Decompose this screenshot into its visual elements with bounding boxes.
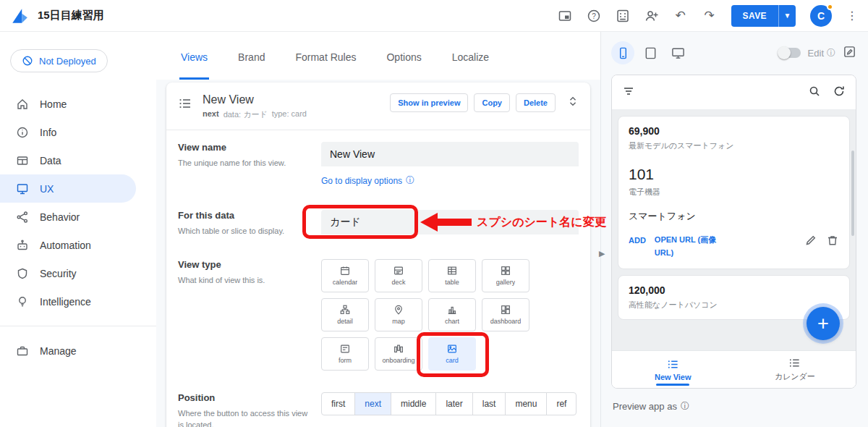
nav-item-calendar-view[interactable]: カレンダー (734, 351, 856, 388)
preview-card-item[interactable]: 69,900 最新モデルのスマートフォン 101 電子機器 スマートフォン AD… (618, 116, 850, 269)
view-type-help: What kind of view this is. (178, 275, 308, 287)
position-ref[interactable]: ref (546, 392, 576, 415)
save-button-label[interactable]: SAVE (731, 5, 778, 27)
device-desktop-button[interactable] (666, 41, 689, 64)
collapse-panel-icon[interactable]: ▶ (599, 249, 605, 258)
show-in-preview-button[interactable]: Show in preview (390, 93, 468, 112)
top-bar: 15日目練習用 ? ↶ ↷ SAVE ▼ C ⋮ (0, 0, 868, 32)
delete-trash-icon[interactable] (826, 234, 839, 250)
sidebar-item-manage[interactable]: Manage (0, 337, 136, 365)
automation-bot-icon (16, 239, 29, 252)
view-name-label: View name (178, 142, 308, 153)
sidebar-item-info[interactable]: Info (0, 118, 136, 146)
copy-button[interactable]: Copy (474, 93, 510, 112)
view-type-gallery[interactable]: gallery (482, 259, 529, 292)
list-view-icon (788, 357, 801, 369)
delete-button[interactable]: Delete (516, 93, 556, 112)
view-list-icon (178, 96, 192, 114)
svg-text:?: ? (592, 12, 596, 20)
position-last[interactable]: last (472, 392, 506, 415)
preview-bottom-nav: New View カレンダー (612, 350, 856, 388)
redo-icon[interactable]: ↷ (702, 9, 717, 23)
position-middle[interactable]: middle (391, 392, 436, 415)
info-icon: ⓘ (681, 400, 689, 413)
active-nav-indicator (656, 384, 689, 386)
sidebar-item-automation[interactable]: Automation (0, 231, 136, 259)
sidebar-item-ux[interactable]: UX (0, 174, 136, 203)
search-icon[interactable] (808, 85, 821, 101)
filter-list-icon[interactable] (622, 85, 635, 101)
device-tablet-button[interactable] (639, 41, 662, 64)
position-next[interactable]: next (354, 392, 391, 415)
tab-options[interactable]: Options (385, 51, 422, 80)
behavior-share-icon (16, 211, 29, 224)
view-type-label: View type (178, 259, 308, 270)
position-menu[interactable]: menu (505, 392, 547, 415)
account-avatar[interactable]: C (810, 5, 832, 27)
sidebar-item-intelligence[interactable]: Intelligence (0, 287, 136, 316)
undo-icon[interactable]: ↶ (673, 9, 688, 23)
for-data-input[interactable] (321, 210, 579, 234)
sidebar-item-behavior[interactable]: Behavior (0, 203, 136, 231)
refresh-icon[interactable] (833, 85, 846, 101)
nav-item-new-view[interactable]: New View (612, 351, 734, 388)
open-url-action[interactable]: OPEN URL (画像 URL) (655, 234, 724, 259)
add-user-icon[interactable] (644, 9, 659, 23)
view-name-input[interactable] (321, 142, 579, 166)
view-type-value: card (292, 109, 307, 118)
tab-localize[interactable]: Localize (451, 51, 490, 80)
save-dropdown-caret-icon[interactable]: ▼ (778, 5, 796, 27)
position-later[interactable]: later (435, 392, 472, 415)
more-options-icon[interactable]: ⋮ (846, 9, 858, 22)
card-image-icon (446, 343, 458, 355)
view-type-onboarding[interactable]: onboarding (375, 337, 422, 371)
app-title: 15日目練習用 (38, 9, 104, 22)
view-type-card[interactable]: card (428, 337, 476, 371)
add-action[interactable]: ADD (629, 234, 646, 245)
save-button[interactable]: SAVE ▼ (731, 5, 796, 27)
help-icon[interactable]: ? (587, 9, 601, 23)
position-first[interactable]: first (321, 392, 355, 415)
view-type-detail[interactable]: detail (321, 298, 369, 331)
open-editor-icon[interactable] (843, 45, 856, 62)
edit-mode-toggle[interactable] (779, 48, 801, 58)
item-actions: ADD OPEN URL (画像 URL) (629, 234, 839, 259)
view-type-chart[interactable]: chart (428, 298, 476, 331)
dialpad-icon[interactable] (616, 9, 630, 23)
phone-icon (616, 46, 630, 60)
view-type-calendar[interactable]: calendar (321, 259, 369, 292)
view-type-dashboard[interactable]: dashboard (482, 298, 529, 331)
sidebar-item-data[interactable]: Data (0, 146, 136, 174)
info-icon: ⓘ (406, 174, 414, 187)
display-options-link[interactable]: Go to display options ⓘ (321, 174, 579, 187)
deploy-status-button[interactable]: Not Deployed (10, 49, 108, 72)
for-data-row: For this data Which table or slice to di… (178, 210, 579, 237)
sidebar-item-home[interactable]: Home (0, 90, 136, 118)
device-phone-button[interactable] (611, 41, 634, 64)
deck-icon (393, 265, 404, 276)
edit-mode-label: Edit ⓘ (808, 47, 835, 59)
notification-dot (827, 4, 833, 10)
preview-panel: ▶ Edit ⓘ (600, 32, 868, 427)
picture-in-picture-icon[interactable] (558, 9, 572, 23)
desktop-icon (671, 46, 685, 60)
tab-format-rules[interactable]: Format Rules (294, 51, 357, 80)
info-icon (16, 126, 29, 139)
view-type-deck[interactable]: deck (375, 259, 422, 292)
ux-monitor-icon (16, 182, 29, 195)
expand-collapse-icon[interactable] (567, 96, 579, 110)
view-type-form[interactable]: form (321, 337, 369, 371)
tab-brand[interactable]: Brand (237, 51, 266, 80)
list-view-icon (667, 358, 679, 371)
tab-views[interactable]: Views (179, 51, 209, 80)
add-record-fab[interactable]: + (807, 307, 840, 340)
view-type-map[interactable]: map (375, 298, 422, 331)
preview-app-as[interactable]: Preview app as ⓘ (613, 400, 868, 413)
position-help: Where the button to access this view is … (178, 408, 308, 427)
dashboard-icon (500, 304, 511, 316)
appsheet-logo-icon[interactable] (10, 7, 29, 25)
edit-pencil-icon[interactable] (804, 234, 817, 250)
sidebar-item-security[interactable]: Security (0, 259, 136, 287)
view-type-table[interactable]: table (428, 259, 476, 292)
preview-scrollbar[interactable] (851, 151, 854, 236)
